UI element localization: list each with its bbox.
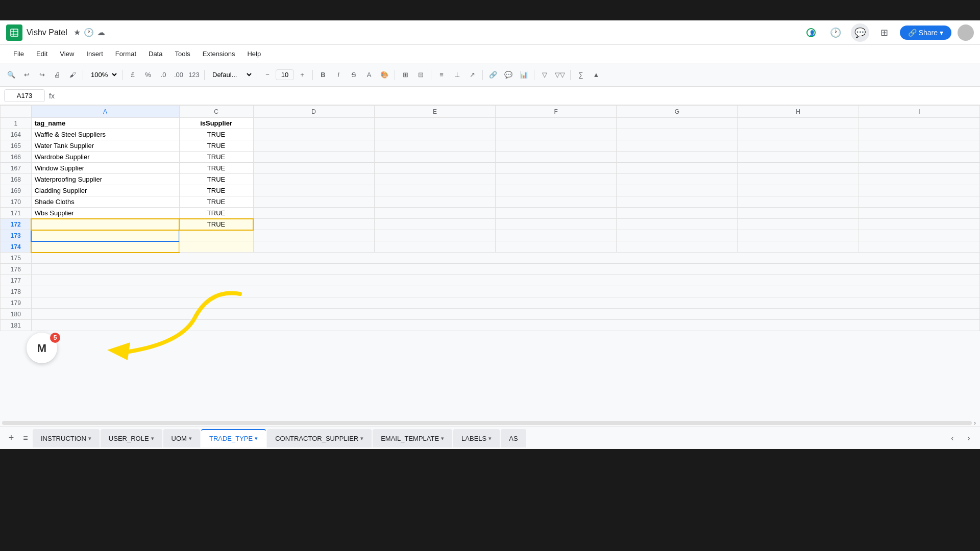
cell-a174[interactable] [31, 241, 179, 253]
cell-c170[interactable]: TRUE [179, 196, 253, 208]
collapse-button[interactable]: ▲ [589, 68, 603, 82]
cell-a164[interactable]: Waffle & Steel Suppliers [31, 129, 179, 140]
cell-reference-input[interactable] [4, 89, 45, 102]
cell-c173[interactable] [179, 230, 253, 241]
cell-a170[interactable]: Shade Cloths [31, 196, 179, 208]
decimal-decrease-button[interactable]: .0 [156, 68, 170, 82]
notification-badge[interactable]: M 5 [27, 333, 62, 368]
menu-extensions[interactable]: Extensions [198, 48, 240, 60]
cell-a165[interactable]: Water Tank Supplier [31, 140, 179, 152]
sheet-menu-button[interactable]: ≡ [18, 431, 33, 445]
cell-a173[interactable] [31, 230, 179, 241]
cell-a168[interactable]: Waterproofing Supplier [31, 174, 179, 185]
cell-a172[interactable] [31, 219, 179, 230]
bold-button[interactable]: B [316, 68, 330, 82]
strikethrough-button[interactable]: S [347, 68, 361, 82]
cell-c167[interactable]: TRUE [179, 163, 253, 174]
col-header-h[interactable]: H [738, 106, 859, 118]
valign-button[interactable]: ⊥ [450, 68, 464, 82]
text-color-button[interactable]: A [362, 68, 376, 82]
menu-format[interactable]: Format [110, 48, 141, 60]
italic-button[interactable]: I [331, 68, 346, 82]
font-size-increase-button[interactable]: + [295, 68, 309, 82]
tab-contractor-supplier[interactable]: CONTRACTOR_SUPPLIER ▾ [267, 429, 372, 447]
activity-button[interactable]: 👤 [802, 23, 820, 42]
cell-c171[interactable]: TRUE [179, 208, 253, 219]
col-header-f[interactable]: F [496, 106, 617, 118]
cell-a169[interactable]: Cladding Supplier [31, 185, 179, 196]
cell-c172[interactable]: TRUE [179, 219, 253, 230]
percent-button[interactable]: % [141, 68, 155, 82]
filter-views-button[interactable]: ▽▽ [553, 68, 567, 82]
tab-as[interactable]: AS [501, 429, 526, 447]
cell-a171[interactable]: Wbs Supplier [31, 208, 179, 219]
borders-button[interactable]: ⊞ [398, 68, 412, 82]
tab-email-template[interactable]: EMAIL_TEMPLATE ▾ [373, 429, 452, 447]
fill-color-button[interactable]: 🎨 [377, 68, 391, 82]
tab-uom[interactable]: UOM ▾ [163, 429, 200, 447]
cell-c1[interactable]: isSupplier [179, 118, 253, 129]
share-button[interactable]: 🔗 Share ▾ [900, 26, 951, 40]
cell-c174[interactable] [179, 241, 253, 253]
merge-button[interactable]: ⊟ [413, 68, 428, 82]
font-select[interactable]: Defaul... [208, 69, 254, 81]
col-header-g[interactable]: G [617, 106, 738, 118]
horizontal-scrollbar[interactable] [2, 421, 972, 425]
filter-button[interactable]: ▽ [537, 68, 552, 82]
tab-next-button[interactable]: › [962, 431, 976, 445]
menu-tools[interactable]: Tools [169, 48, 195, 60]
rotate-button[interactable]: ↗ [465, 68, 479, 82]
cell-a1[interactable]: tag_name [31, 118, 179, 129]
link-button[interactable]: 🔗 [486, 68, 500, 82]
col-header-a[interactable]: A [31, 106, 179, 118]
comments-button[interactable]: 💬 [851, 23, 869, 42]
menu-data[interactable]: Data [143, 48, 167, 60]
history-button[interactable]: 🕐 [826, 23, 845, 42]
search-button[interactable]: 🔍 [4, 68, 18, 82]
tab-instruction[interactable]: INSTRUCTION ▾ [33, 429, 100, 447]
cell-c166[interactable]: TRUE [179, 152, 253, 163]
font-size-decrease-button[interactable]: − [260, 68, 275, 82]
tab-trade-type[interactable]: TRADE_TYPE ▾ [201, 429, 266, 447]
cell-c164[interactable]: TRUE [179, 129, 253, 140]
tab-user-role[interactable]: USER_ROLE ▾ [101, 429, 162, 447]
redo-button[interactable]: ↪ [35, 68, 49, 82]
comment-button[interactable]: 💬 [501, 68, 516, 82]
cell-g170 [617, 196, 738, 208]
col-header-e[interactable]: E [374, 106, 495, 118]
zoom-select[interactable]: 100% [86, 69, 119, 81]
format-123-button[interactable]: 123 [187, 68, 201, 82]
decimal-increase-button[interactable]: .00 [172, 68, 186, 82]
chart-button[interactable]: 📊 [517, 68, 531, 82]
cell-c165[interactable]: TRUE [179, 140, 253, 152]
menu-edit[interactable]: Edit [31, 48, 53, 60]
cell-a166[interactable]: Wardrobe Supplier [31, 152, 179, 163]
cell-f165 [496, 140, 617, 152]
menu-file[interactable]: File [8, 48, 29, 60]
currency-button[interactable]: £ [126, 68, 140, 82]
meeting-button[interactable]: ⊞ [875, 23, 894, 42]
menu-view[interactable]: View [55, 48, 79, 60]
menu-help[interactable]: Help [242, 48, 266, 60]
font-size-box[interactable]: 10 [276, 69, 294, 80]
formula-input[interactable] [59, 92, 976, 99]
add-sheet-button[interactable]: + [4, 431, 18, 445]
scroll-nav-right[interactable]: › [974, 419, 980, 427]
col-header-d[interactable]: D [253, 106, 374, 118]
star-icon[interactable]: ★ [74, 28, 81, 37]
history-icon[interactable]: 🕐 [84, 28, 94, 37]
align-button[interactable]: ≡ [434, 68, 449, 82]
undo-button[interactable]: ↩ [19, 68, 34, 82]
cell-c168[interactable]: TRUE [179, 174, 253, 185]
col-header-c[interactable]: C [179, 106, 253, 118]
cloud-icon[interactable]: ☁ [97, 28, 105, 37]
cell-a167[interactable]: Window Supplier [31, 163, 179, 174]
cell-c169[interactable]: TRUE [179, 185, 253, 196]
print-button[interactable]: 🖨 [50, 68, 64, 82]
tab-labels[interactable]: LABELS ▾ [453, 429, 500, 447]
menu-insert[interactable]: Insert [81, 48, 108, 60]
tab-prev-button[interactable]: ‹ [945, 431, 960, 445]
col-header-i[interactable]: I [859, 106, 979, 118]
functions-button[interactable]: ∑ [574, 68, 588, 82]
paint-format-button[interactable]: 🖌 [65, 68, 80, 82]
